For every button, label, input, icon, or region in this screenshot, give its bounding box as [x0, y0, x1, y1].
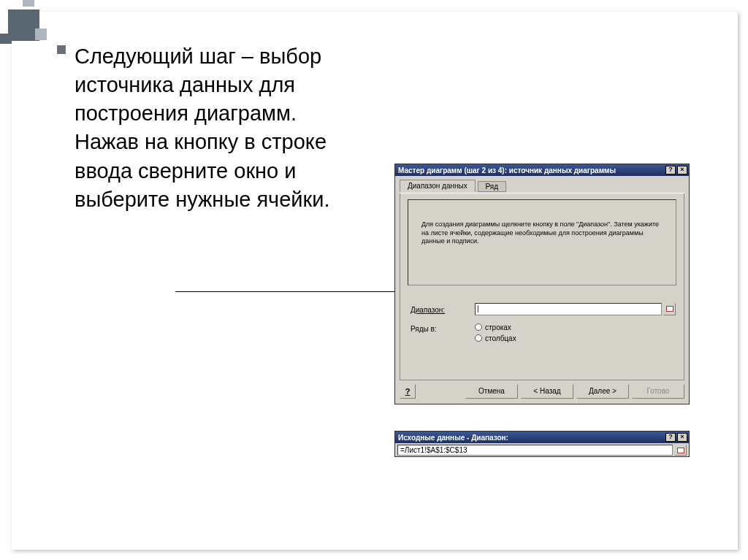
dialog2-titlebar[interactable]: Исходные данные - Диапазон: ? × — [395, 431, 689, 443]
dialog-title: Мастер диаграмм (шаг 2 из 4): источник д… — [398, 166, 664, 174]
back-button[interactable]: < Назад — [521, 384, 573, 399]
dialog-titlebar[interactable]: Мастер диаграмм (шаг 2 из 4): источник д… — [395, 164, 689, 176]
close-icon[interactable]: × — [677, 433, 687, 442]
next-button[interactable]: Далее > — [576, 384, 629, 399]
rows-radio-group: строках столбцах — [475, 323, 516, 345]
chart-preview-hint: Для создания диаграммы щелкните кнопку в… — [408, 199, 676, 285]
slide-body-text: Следующий шаг – выбор источника данных д… — [75, 42, 359, 214]
collapsed-range-input[interactable]: =Лист1!$A$1:$C$13 — [397, 445, 673, 456]
finish-button[interactable]: Готово — [632, 384, 684, 399]
radio-rows[interactable]: строках — [475, 323, 516, 331]
rows-label: Ряды в: — [411, 325, 437, 333]
help-icon[interactable]: ? — [665, 433, 676, 442]
source-data-collapsed-dialog: Исходные данные - Диапазон: ? × =Лист1!$… — [394, 431, 690, 457]
chart-wizard-dialog: Мастер диаграмм (шаг 2 из 4): источник д… — [394, 164, 690, 404]
range-label: Диапазон: — [411, 306, 445, 314]
close-icon[interactable]: × — [677, 166, 687, 174]
radio-rows-label: строках — [485, 323, 511, 331]
help-icon[interactable]: ? — [665, 166, 676, 174]
presentation-slide: Следующий шаг – выбор источника данных д… — [0, 0, 748, 560]
cancel-button[interactable]: Отмена — [465, 384, 518, 399]
tab-series[interactable]: Ряд — [478, 181, 507, 192]
range-input[interactable]: | — [475, 303, 662, 315]
dialog2-title: Исходные данные - Диапазон: — [398, 434, 664, 442]
collapse-dialog-icon[interactable] — [663, 303, 676, 315]
collapsed-input-row: =Лист1!$A$1:$C$13 — [395, 443, 689, 457]
tab-data-range[interactable]: Диапазон данных — [400, 180, 476, 192]
bullet-marker — [57, 45, 66, 54]
expand-dialog-icon[interactable] — [674, 445, 687, 456]
tab-body: Для создания диаграммы щелкните кнопку в… — [400, 193, 684, 380]
help-button[interactable]: ? — [400, 384, 416, 399]
radio-columns-label: столбцах — [485, 334, 516, 342]
dialog-button-bar: ? Отмена < Назад Далее > Готово — [400, 383, 684, 399]
tab-strip: Диапазон данных Ряд — [400, 179, 684, 193]
radio-columns[interactable]: столбцах — [475, 334, 516, 342]
